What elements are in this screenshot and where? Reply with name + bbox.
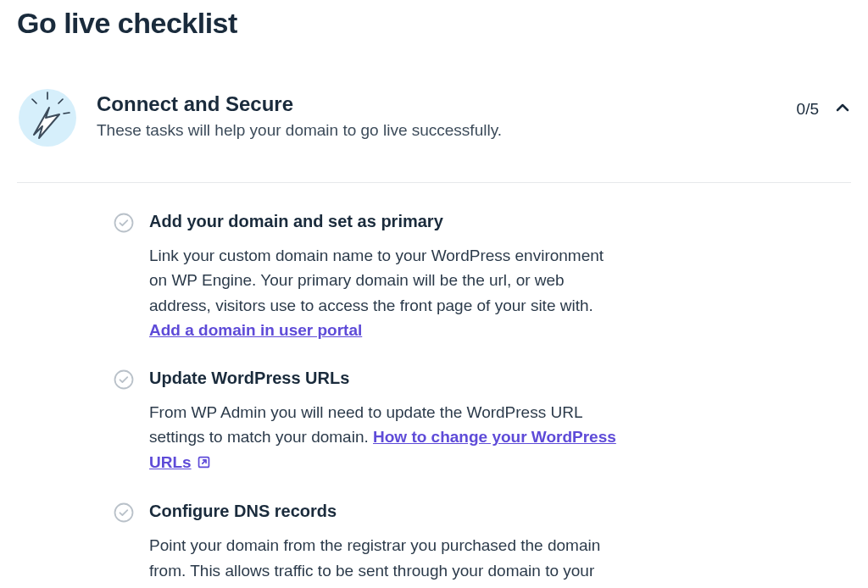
section-header[interactable]: Connect and Secure These tasks will help… (17, 87, 851, 183)
task-body: From WP Admin you will need to update th… (149, 400, 624, 476)
task-title: Update WordPress URLs (149, 369, 624, 388)
chevron-up-icon[interactable] (834, 99, 851, 119)
progress-count: 0/5 (797, 100, 819, 119)
task-list: Add your domain and set as primary Link … (17, 212, 851, 588)
add-domain-link[interactable]: Add a domain in user portal (149, 321, 362, 339)
section-subtitle: These tasks will help your domain to go … (97, 121, 778, 140)
check-circle-icon[interactable] (114, 213, 134, 233)
task-title: Configure DNS records (149, 502, 624, 521)
task-body: Point your domain from the registrar you… (149, 533, 624, 588)
task-description: Point your domain from the registrar you… (149, 536, 600, 588)
svg-point-5 (115, 214, 133, 232)
task-item: Configure DNS records Point your domain … (114, 502, 851, 588)
section-title: Connect and Secure (97, 92, 778, 116)
task-item: Update WordPress URLs From WP Admin you … (114, 369, 851, 476)
task-description: Link your custom domain name to your Wor… (149, 247, 604, 314)
task-title: Add your domain and set as primary (149, 212, 624, 231)
check-circle-icon[interactable] (114, 502, 134, 523)
svg-point-6 (115, 370, 133, 388)
svg-line-4 (64, 113, 70, 114)
external-link-icon (413, 585, 427, 588)
svg-point-8 (115, 504, 133, 522)
external-link-icon (197, 452, 211, 476)
connect-secure-icon (17, 87, 78, 148)
task-item: Add your domain and set as primary Link … (114, 212, 851, 343)
task-body: Link your custom domain name to your Wor… (149, 243, 624, 343)
check-circle-icon[interactable] (114, 369, 134, 390)
page-title: Go live checklist (17, 7, 851, 40)
